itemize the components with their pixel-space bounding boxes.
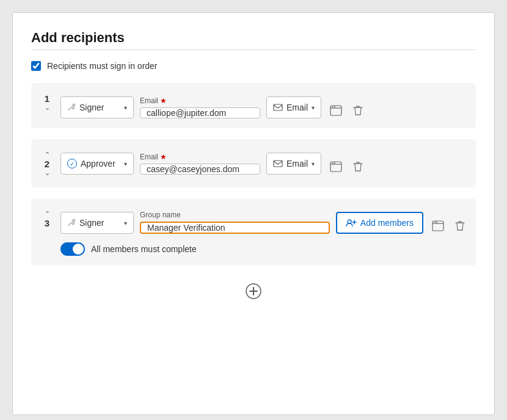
approver-icon-2: ✓ <box>67 159 77 168</box>
trash-icon-3 <box>455 220 465 231</box>
role-arrow-2: ▾ <box>124 161 127 167</box>
role-dropdown-2[interactable]: ✓ Approver ▾ <box>60 153 134 175</box>
order-col-3: ⌃ 3 <box>40 208 54 228</box>
group-name-label: Group name <box>140 211 330 219</box>
svg-rect-5 <box>274 161 282 167</box>
svg-rect-13 <box>432 221 443 231</box>
trash-icon-1 <box>353 105 363 116</box>
trash-icon-2 <box>353 161 363 172</box>
email-label-1: Email ★ <box>140 96 260 105</box>
delete-btn-2[interactable] <box>351 159 365 175</box>
signer-icon-1 <box>67 103 76 112</box>
role-field-2: ✓ Approver ▾ <box>60 149 134 175</box>
add-members-field: Add members <box>336 208 423 234</box>
role-arrow-1: ▾ <box>124 104 127 111</box>
all-members-toggle[interactable] <box>60 242 85 256</box>
chevron-down-btn-1[interactable]: ⌄ <box>45 103 50 112</box>
chevron-up-btn-3[interactable]: ⌃ <box>45 209 50 219</box>
recipient-content-1: Signer ▾ Email ★ <box>60 93 467 118</box>
order-number-3: 3 <box>45 219 49 228</box>
add-recipients-modal: Add recipients Recipients must sign in o… <box>12 12 495 415</box>
recipient-row-1: Signer ▾ Email ★ <box>60 93 467 118</box>
svg-point-4 <box>334 106 335 107</box>
required-star-2: ★ <box>160 153 167 161</box>
svg-point-8 <box>332 162 334 164</box>
toggle-row: All members must complete <box>60 242 467 256</box>
sign-order-row: Recipients must sign in order <box>31 61 476 71</box>
delete-btn-3[interactable] <box>453 218 467 234</box>
delivery-field-1: Email ▾ <box>266 93 321 118</box>
settings-btn-2[interactable] <box>327 159 345 175</box>
sign-order-label: Recipients must sign in order <box>47 61 158 71</box>
group-name-wrapper: Group name <box>140 211 330 234</box>
order-number-1: 1 <box>45 94 49 103</box>
recipient-content-2: ✓ Approver ▾ Email ★ <box>60 149 467 175</box>
delete-btn-1[interactable] <box>351 103 365 118</box>
approver-circle-icon: ✓ <box>67 159 77 168</box>
svg-point-3 <box>332 106 334 107</box>
role-dropdown-1[interactable]: Signer ▾ <box>60 96 134 118</box>
sign-order-checkbox[interactable] <box>31 61 41 71</box>
title-divider <box>31 49 476 50</box>
delivery-arrow-1: ▾ <box>312 104 315 111</box>
order-col-2: ⌃ 2 ⌄ <box>40 149 54 178</box>
email-label-2: Email ★ <box>140 153 260 161</box>
delivery-label-2: Email <box>286 159 308 168</box>
delivery-arrow-2: ▾ <box>312 161 315 167</box>
recipient-content-3: Signer ▾ Group name <box>60 208 467 256</box>
settings-icon-3 <box>432 220 444 231</box>
svg-rect-1 <box>330 106 341 115</box>
role-label-1: Signer <box>79 103 104 112</box>
settings-btn-3[interactable] <box>429 218 447 234</box>
chevron-up-btn-2[interactable]: ⌃ <box>45 150 50 159</box>
role-label-3: Signer <box>79 218 104 228</box>
order-number-2: 2 <box>45 159 49 168</box>
settings-icon-1 <box>330 105 342 116</box>
add-recipient-button[interactable] <box>245 283 262 300</box>
recipient-block-3: ⌃ 3 Signer ▾ <box>31 198 476 266</box>
recipient-block-2: ⌃ 2 ⌄ ✓ Approver ▾ Email <box>31 139 476 187</box>
svg-rect-0 <box>274 104 282 110</box>
recipient-block-1: 1 ⌄ Signer ▾ <box>31 83 476 128</box>
email-input-1[interactable] <box>140 107 260 118</box>
role-field-3: Signer ▾ <box>60 208 134 234</box>
svg-point-16 <box>436 222 437 223</box>
email-field-group-2: Email ★ <box>140 153 260 175</box>
order-col-1: 1 ⌄ <box>40 93 54 112</box>
svg-rect-6 <box>330 162 341 172</box>
role-field-1: Signer ▾ <box>60 93 134 118</box>
toggle-label: All members must complete <box>91 244 197 254</box>
recipient-row-3: Signer ▾ Group name <box>60 208 467 234</box>
delivery-btn-1[interactable]: Email ▾ <box>266 96 321 118</box>
add-members-icon <box>346 219 357 227</box>
delivery-btn-2[interactable]: Email ▾ <box>266 153 321 175</box>
email-field-group-1: Email ★ <box>140 96 260 118</box>
plus-circle-icon <box>245 283 262 300</box>
svg-point-15 <box>434 222 436 223</box>
role-dropdown-3[interactable]: Signer ▾ <box>60 212 134 234</box>
delivery-field-2: Email ▾ <box>266 149 321 175</box>
signer-icon-3 <box>67 219 76 227</box>
email-delivery-icon-1 <box>273 104 283 111</box>
email-input-2[interactable] <box>140 164 260 175</box>
group-name-input[interactable] <box>140 222 330 234</box>
settings-btn-1[interactable] <box>327 103 345 118</box>
modal-title: Add recipients <box>31 30 476 46</box>
recipient-row-2: ✓ Approver ▾ Email ★ <box>60 149 467 175</box>
chevron-down-btn-2[interactable]: ⌄ <box>45 168 50 178</box>
svg-point-10 <box>348 220 351 223</box>
add-members-button[interactable]: Add members <box>336 212 423 234</box>
svg-point-9 <box>334 162 335 164</box>
settings-icon-2 <box>330 161 342 172</box>
required-star-1: ★ <box>160 96 167 105</box>
add-members-label: Add members <box>360 218 414 228</box>
role-arrow-3: ▾ <box>124 220 127 226</box>
role-label-2: Approver <box>81 159 115 168</box>
delivery-label-1: Email <box>286 103 308 112</box>
email-delivery-icon-2 <box>273 160 283 167</box>
